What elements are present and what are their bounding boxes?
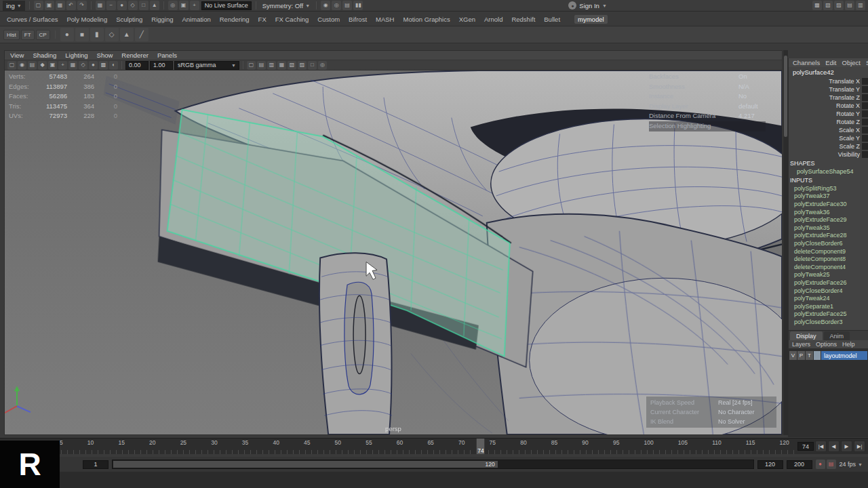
input-node-item[interactable]: polyCloseBorder4: [789, 287, 868, 295]
input-node-item[interactable]: polyExtrudeFace25: [789, 310, 868, 319]
shelf-tab[interactable]: MASH: [376, 16, 394, 23]
shelf-tab[interactable]: Poly Modeling: [67, 16, 108, 23]
modeling-toolkit-icon[interactable]: ▩: [812, 1, 822, 10]
input-node-item[interactable]: polyTweak24: [789, 294, 868, 302]
channel-value-field[interactable]: [862, 94, 868, 101]
open-scene-icon[interactable]: ▣: [45, 1, 54, 10]
shelf-tab[interactable]: Motion Graphics: [403, 16, 450, 23]
step-back-button[interactable]: ◀: [828, 441, 840, 452]
tab-anim[interactable]: Anim: [824, 331, 850, 340]
shelf-tab[interactable]: XGen: [459, 16, 475, 23]
animation-preferences-icon[interactable]: ▤: [827, 460, 836, 469]
open-editor-icon[interactable]: ▣: [179, 1, 189, 10]
save-scene-icon[interactable]: ▦: [56, 1, 65, 10]
bevel-icon[interactable]: ▲: [120, 28, 134, 41]
new-scene-icon[interactable]: ▢: [34, 1, 43, 10]
resolution-gate-icon[interactable]: ▥: [267, 61, 276, 70]
channel-attribute-row[interactable]: Rotate X: [789, 102, 868, 110]
channel-value-field[interactable]: [862, 86, 868, 93]
xgen-editor-icon[interactable]: ▨: [834, 1, 844, 10]
channel-attribute-row[interactable]: Scale X: [789, 126, 868, 134]
smooth-shade-icon[interactable]: ●: [89, 61, 98, 70]
panel-menu-item[interactable]: Panels: [157, 52, 177, 59]
channel-attribute-row[interactable]: Scale Y: [789, 134, 868, 142]
undo-icon[interactable]: ↶: [66, 1, 76, 10]
layer-toggle[interactable]: P: [797, 351, 806, 360]
input-node-item[interactable]: polyExtrudeFace29: [789, 216, 868, 224]
layer-toggle[interactable]: T: [806, 351, 814, 360]
fps-dropdown[interactable]: 24 fps ▼: [840, 461, 863, 468]
frame-all-icon[interactable]: □: [308, 61, 317, 70]
shelf-tab[interactable]: Rigging: [151, 16, 173, 23]
safe-title-icon[interactable]: ▨: [298, 61, 307, 70]
textured-mode-icon[interactable]: ▩: [99, 61, 108, 70]
go-to-end-button[interactable]: ▶|: [854, 441, 865, 452]
poly-sphere-icon[interactable]: ●: [60, 28, 74, 41]
viewport-3d[interactable]: Verts: 57483 264 0 Edges: 113897 386 0 F…: [5, 70, 782, 434]
input-node-item[interactable]: polyExtrudeFace30: [789, 200, 868, 208]
highlight-selection-icon[interactable]: +: [190, 1, 199, 10]
field-chart-icon[interactable]: ▤: [257, 61, 266, 70]
scrollbar-handle[interactable]: [784, 56, 787, 137]
channel-value-field[interactable]: [862, 78, 868, 85]
time-slider[interactable]: 5101520253035404550556065707580859095100…: [0, 438, 868, 454]
2d-pan-zoom-icon[interactable]: +: [58, 61, 67, 70]
symmetry-dropdown[interactable]: Symmetry: Off ▼: [260, 2, 312, 9]
safe-action-icon[interactable]: ▧: [288, 61, 296, 70]
shelf-tab[interactable]: Curves / Surfaces: [7, 16, 58, 23]
snap-to-curve-icon[interactable]: ~: [106, 1, 116, 10]
shelf-quick-button[interactable]: FT: [21, 30, 35, 40]
shelf-tab-active[interactable]: mymodel: [574, 15, 608, 24]
multi-cut-icon[interactable]: ╱: [135, 28, 149, 41]
snap-to-plane-icon[interactable]: ◇: [128, 1, 138, 10]
anim-start-field[interactable]: 1: [83, 460, 108, 469]
channel-attribute-row[interactable]: Visibility: [789, 150, 868, 159]
isolate-select-icon[interactable]: ▢: [247, 61, 256, 70]
gamma-field[interactable]: 1.00: [150, 61, 173, 70]
input-node-item[interactable]: polySeparate1: [789, 302, 868, 310]
render-settings-icon[interactable]: ▤: [342, 1, 352, 10]
channel-attribute-row[interactable]: Scale Z: [789, 142, 868, 150]
xray-mode-icon[interactable]: ◎: [318, 61, 327, 70]
bookmarks-icon[interactable]: ◆: [38, 61, 47, 70]
construction-history-icon[interactable]: ◎: [168, 1, 178, 10]
channel-value-field[interactable]: [862, 127, 868, 134]
snap-to-view-icon[interactable]: □: [139, 1, 149, 10]
shelf-tab[interactable]: Arnold: [484, 16, 502, 23]
live-surface-field[interactable]: No Live Surface: [201, 1, 252, 10]
lock-camera-icon[interactable]: ◉: [18, 61, 26, 70]
panel-menu-item[interactable]: Renderer: [121, 52, 149, 59]
layer-row[interactable]: VPT layoutmodel: [789, 351, 867, 360]
input-node-item[interactable]: polyTweak25: [789, 271, 868, 279]
channel-value-field[interactable]: [862, 102, 868, 109]
shelf-tab[interactable]: Bullet: [544, 16, 560, 23]
playback-end-field[interactable]: 120: [757, 460, 783, 469]
poly-cube-icon[interactable]: ■: [75, 28, 89, 41]
shelf-tab[interactable]: Rendering: [220, 16, 250, 23]
anim-end-field[interactable]: 200: [787, 460, 812, 469]
input-node-item[interactable]: polyExtrudeFace26: [789, 279, 868, 287]
current-frame-field[interactable]: 74: [797, 442, 814, 451]
channel-value-field[interactable]: [862, 119, 868, 125]
input-node-item[interactable]: deleteComponent9: [789, 247, 868, 256]
make-live-icon[interactable]: ▲: [150, 1, 159, 10]
channel-attribute-row[interactable]: Translate X: [789, 77, 868, 85]
layer-color-swatch[interactable]: [814, 351, 821, 360]
range-slider-active[interactable]: 120: [113, 461, 498, 468]
shelf-tab[interactable]: FX: [258, 16, 267, 23]
tab-display[interactable]: Display: [790, 331, 823, 340]
channel-attribute-row[interactable]: Translate Z: [789, 94, 868, 102]
time-slider-track[interactable]: 5101520253035404550556065707580859095100…: [37, 439, 795, 454]
color-space-select[interactable]: sRGB gamma ▼: [174, 61, 239, 70]
panel-menu-item[interactable]: Lighting: [65, 52, 87, 59]
workspace-selector[interactable]: ing ▼: [3, 1, 25, 11]
vertical-scrollbar[interactable]: [783, 50, 788, 435]
shelf-tab[interactable]: Animation: [182, 16, 210, 23]
panel-menu-item[interactable]: Show: [97, 52, 113, 59]
shape-node-name[interactable]: polySurfaceShape54: [789, 167, 868, 176]
input-node-item[interactable]: polyTweak37: [789, 192, 868, 201]
channel-attribute-row[interactable]: Rotate Y: [789, 110, 868, 118]
panel-menu-item[interactable]: Shading: [33, 52, 56, 59]
auto-keyframe-icon[interactable]: ●: [816, 460, 825, 469]
channel-value-field[interactable]: [862, 135, 868, 142]
